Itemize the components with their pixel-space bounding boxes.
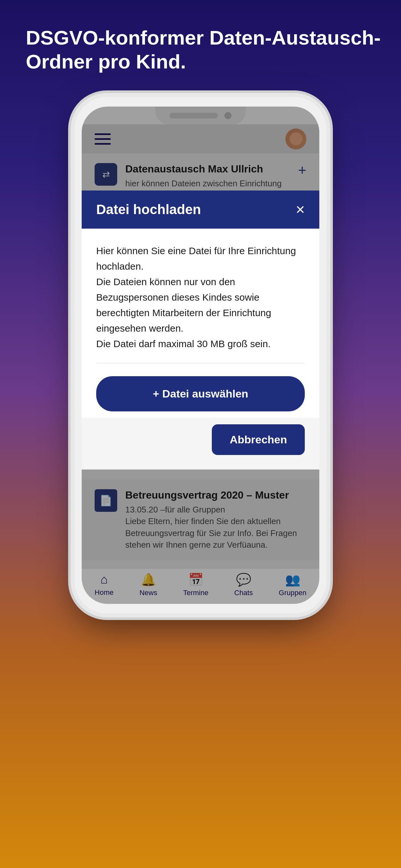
modal-overlay: Datei hochladen × Hier können Sie eine D… (82, 106, 319, 604)
modal-body: Hier können Sie eine Datei für Ihre Einr… (82, 228, 319, 363)
select-file-button[interactable]: + Datei auswählen (96, 376, 305, 411)
background-tagline: DSGVO-konformer Daten-Austausch-Ordner p… (26, 26, 395, 74)
modal-description: Hier können Sie eine Datei für Ihre Einr… (96, 243, 305, 352)
phone-frame: ⇄ Datenaustausch Max Ullrich hier können… (74, 97, 327, 614)
modal-title: Datei hochladen (96, 202, 201, 217)
modal-close-button[interactable]: × (296, 202, 305, 217)
cancel-button[interactable]: Abbrechen (212, 424, 305, 455)
modal-footer: Abbrechen (82, 418, 319, 469)
modal-header: Datei hochladen × (82, 190, 319, 228)
phone-screen: ⇄ Datenaustausch Max Ullrich hier können… (82, 106, 319, 604)
upload-modal: Datei hochladen × Hier können Sie eine D… (82, 190, 319, 469)
modal-action-area: + Datei auswählen (82, 363, 319, 418)
